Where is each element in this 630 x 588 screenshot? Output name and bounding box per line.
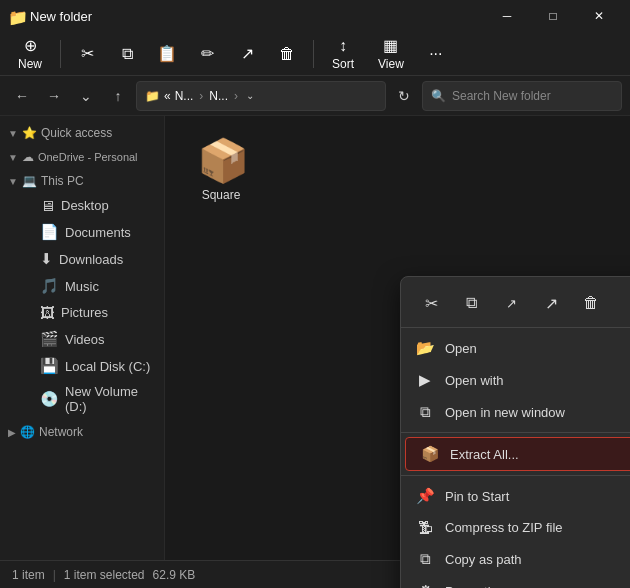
chevron-icon: ▼ — [8, 128, 18, 139]
quick-access-icon: ⭐ — [22, 126, 37, 140]
sort-button[interactable]: ↕ Sort — [322, 35, 364, 73]
cm-properties-label: Properties — [445, 584, 504, 589]
view-icon: ▦ — [383, 36, 398, 55]
sidebar-section-network[interactable]: ▶ 🌐 Network — [0, 419, 164, 443]
videos-icon: 🎬 — [40, 330, 59, 348]
sidebar-section-onedrive[interactable]: ▼ ☁ OneDrive - Personal — [0, 144, 164, 168]
back-button[interactable]: ← — [8, 82, 36, 110]
copy-button[interactable]: ⧉ — [109, 36, 145, 72]
sidebar-item-music[interactable]: 🎵 Music — [4, 273, 160, 299]
chevron-icon-network: ▶ — [8, 427, 16, 438]
cm-item-copy-as-path[interactable]: ⧉ Copy as path — [401, 543, 630, 575]
share-button[interactable]: ↗ — [229, 36, 265, 72]
onedrive-label: OneDrive - Personal — [38, 151, 138, 163]
sidebar: ▼ ⭐ Quick access ▼ ☁ OneDrive - Personal… — [0, 116, 165, 560]
network-icon: 🌐 — [20, 425, 35, 439]
cut-button[interactable]: ✂ — [69, 36, 105, 72]
cm-item-extract-all[interactable]: 📦 Extract All... — [405, 437, 630, 471]
pictures-icon: 🖼 — [40, 304, 55, 321]
cm-copy-path-label: Copy as path — [445, 552, 522, 567]
address-bar: ← → ⌄ ↑ 📁 « N... › N... › ⌄ ↻ 🔍 Search N… — [0, 76, 630, 116]
cm-item-open-with[interactable]: ▶ Open with › — [401, 364, 630, 396]
view-label: View — [378, 57, 404, 71]
compress-icon: 🗜 — [415, 519, 435, 536]
toolbar-sep-2 — [313, 40, 314, 68]
refresh-button[interactable]: ↻ — [390, 82, 418, 110]
toolbar-sep-1 — [60, 40, 61, 68]
delete-button[interactable]: 🗑 — [269, 36, 305, 72]
view-button[interactable]: ▦ View — [368, 35, 414, 73]
network-label: Network — [39, 425, 83, 439]
cm-open-label: Open — [445, 341, 477, 356]
file-size: 62.9 KB — [153, 568, 196, 582]
zip-folder-icon: 📦 — [197, 137, 249, 184]
open-new-window-icon: ⧉ — [415, 403, 435, 421]
cm-extract-label: Extract All... — [450, 447, 519, 462]
cm-pin-label: Pin to Start — [445, 489, 509, 504]
paste-button[interactable]: 📋 — [149, 36, 185, 72]
chevron-icon-thispc: ▼ — [8, 176, 18, 187]
open-icon: 📂 — [415, 339, 435, 357]
cm-item-open[interactable]: 📂 Open Enter — [401, 332, 630, 364]
minimize-button[interactable]: ─ — [484, 0, 530, 32]
sort-label: Sort — [332, 57, 354, 71]
sidebar-section-quick-access[interactable]: ▼ ⭐ Quick access — [0, 120, 164, 144]
close-button[interactable]: ✕ — [576, 0, 622, 32]
onedrive-icon: ☁ — [22, 150, 34, 164]
selected-count: 1 item selected — [64, 568, 145, 582]
path-n1: N... — [175, 89, 194, 103]
maximize-button[interactable]: □ — [530, 0, 576, 32]
more-button[interactable]: ··· — [418, 36, 454, 72]
cm-item-compress-zip[interactable]: 🗜 Compress to ZIP file — [401, 512, 630, 543]
sidebar-item-new-volume[interactable]: 💿 New Volume (D:) — [4, 380, 160, 418]
up-button[interactable]: ↑ — [104, 82, 132, 110]
main-layout: ▼ ⭐ Quick access ▼ ☁ OneDrive - Personal… — [0, 116, 630, 560]
rename-button[interactable]: ✏ — [189, 36, 225, 72]
new-volume-label: New Volume (D:) — [65, 384, 152, 414]
path-dropdown-btn[interactable]: ⌄ — [244, 88, 256, 103]
sidebar-item-downloads[interactable]: ⬇ Downloads — [4, 246, 160, 272]
videos-label: Videos — [65, 332, 105, 347]
sidebar-item-local-disk[interactable]: 💾 Local Disk (C:) — [4, 353, 160, 379]
new-icon: ⊕ — [24, 36, 37, 55]
cm-item-properties[interactable]: ⚙ Properties Alt+Enter — [401, 575, 630, 588]
path-separator: › — [199, 89, 203, 103]
cm-copy-button[interactable]: ⧉ — [453, 287, 489, 319]
search-placeholder: Search New folder — [452, 89, 551, 103]
quick-access-label: Quick access — [41, 126, 112, 140]
sidebar-section-thispc[interactable]: ▼ 💻 This PC — [0, 168, 164, 192]
desktop-label: Desktop — [61, 198, 109, 213]
dropdown-button[interactable]: ⌄ — [72, 82, 100, 110]
context-menu-top-actions: ✂ ⧉ ↗ ↗ 🗑 — [401, 283, 630, 328]
cm-rename-button[interactable]: ↗ — [493, 287, 529, 319]
cm-item-open-new-window[interactable]: ⧉ Open in new window — [401, 396, 630, 428]
cm-delete-button[interactable]: 🗑 — [573, 287, 609, 319]
file-label: Square — [202, 188, 241, 202]
thispc-label: This PC — [41, 174, 84, 188]
cm-share-button[interactable]: ↗ — [533, 287, 569, 319]
search-box[interactable]: 🔍 Search New folder — [422, 81, 622, 111]
title-bar: 📁 New folder ─ □ ✕ — [0, 0, 630, 32]
new-label: New — [18, 57, 42, 71]
zip-icon-wrapper: 📦 — [197, 136, 245, 184]
cm-compress-label: Compress to ZIP file — [445, 520, 563, 535]
forward-button[interactable]: → — [40, 82, 68, 110]
new-button[interactable]: ⊕ New — [8, 35, 52, 73]
context-menu: ✂ ⧉ ↗ ↗ 🗑 📂 Open Enter ▶ Open with › ⧉ O… — [400, 276, 630, 588]
cm-cut-button[interactable]: ✂ — [413, 287, 449, 319]
open-with-icon: ▶ — [415, 371, 435, 389]
copy-path-icon: ⧉ — [415, 550, 435, 568]
sidebar-item-pictures[interactable]: 🖼 Pictures — [4, 300, 160, 325]
address-path[interactable]: 📁 « N... › N... › ⌄ — [136, 81, 386, 111]
local-disk-label: Local Disk (C:) — [65, 359, 150, 374]
pictures-label: Pictures — [61, 305, 108, 320]
properties-icon: ⚙ — [415, 582, 435, 588]
sidebar-item-desktop[interactable]: 🖥 Desktop — [4, 193, 160, 218]
sidebar-item-videos[interactable]: 🎬 Videos — [4, 326, 160, 352]
path-separator-2: › — [234, 89, 238, 103]
window-icon: 📁 — [8, 8, 24, 24]
file-item-square[interactable]: 📦 Square — [181, 132, 261, 206]
sidebar-item-documents[interactable]: 📄 Documents — [4, 219, 160, 245]
cm-item-pin-to-start[interactable]: 📌 Pin to Start — [401, 480, 630, 512]
new-volume-icon: 💿 — [40, 390, 59, 408]
